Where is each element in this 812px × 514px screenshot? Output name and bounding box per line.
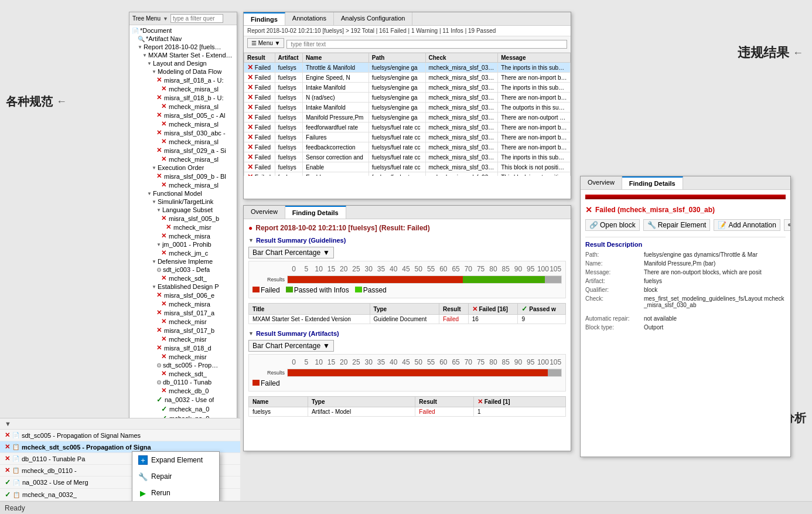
- tree-filter-input[interactable]: [170, 14, 223, 23]
- tree-item[interactable]: ▼jm_0001 - Prohib: [129, 240, 237, 249]
- tree-item[interactable]: ✕mcheck_jm_c: [129, 249, 237, 257]
- tree-item[interactable]: ✕mcheck_sdt_: [129, 369, 237, 378]
- tree-item[interactable]: ✕misra_slsf_009_b - Bl: [129, 172, 237, 181]
- tree-item[interactable]: ✕mcheck_misra_sl: [129, 84, 237, 93]
- tree-item[interactable]: ✕mcheck_misr: [129, 223, 237, 232]
- table-row: ✕ Failed fuelsys Sensor correction and f…: [244, 152, 571, 162]
- tree-item[interactable]: ▼Functional Model: [129, 189, 237, 198]
- tab-annotations[interactable]: Annotations: [285, 12, 334, 25]
- tree-item[interactable]: ✕mcheck_misra_sl: [129, 102, 237, 111]
- tree-item[interactable]: ▼Modeling of Data Flow: [129, 67, 237, 76]
- tree-item[interactable]: ▼Layout and Design: [129, 59, 237, 67]
- context-menu-expand[interactable]: + Expand Element: [132, 452, 219, 468]
- tree-item[interactable]: 📄*Document: [129, 26, 237, 35]
- tree-item[interactable]: ✕mcheck_misra: [129, 299, 237, 308]
- cell-message: This block is not positioned (Positi: [498, 172, 571, 176]
- context-menu-repair[interactable]: 🔧 Repair: [132, 468, 219, 485]
- context-menu-rerun[interactable]: ▶ Rerun: [132, 485, 219, 501]
- tree-item[interactable]: ✕mcheck_misr: [129, 317, 237, 326]
- tree-item[interactable]: ✕misra_slsf_006_e: [129, 291, 237, 299]
- tree-item[interactable]: ▼MXAM Starter Set - Extended V: [129, 51, 237, 59]
- cell-name: feedforwardfuel rate: [303, 122, 369, 132]
- col-artifact: Artifact: [275, 53, 302, 63]
- cell-name: fuelsys: [249, 407, 308, 417]
- label-right-violations: 违规结果 ←: [738, 44, 803, 62]
- detail-message: Message: There are non-outport blocks, w…: [585, 269, 786, 275]
- cell-artifact: fuelsys: [275, 63, 302, 73]
- tab-right-overview[interactable]: Overview: [581, 176, 622, 189]
- add-annotation-button[interactable]: 📝 Add Annotation: [714, 219, 780, 231]
- tree-item[interactable]: ✕mcheck_misra: [129, 232, 237, 240]
- tree-item[interactable]: ✕misra_slsf_005_b: [129, 214, 237, 223]
- tree-item[interactable]: ✕mcheck_misra_sl: [129, 137, 237, 146]
- col-result: Result: [415, 397, 474, 407]
- findings-table-container[interactable]: Result Artifact Name Path Check Message …: [244, 53, 571, 176]
- tree-item[interactable]: ▼Language Subset: [129, 206, 237, 214]
- menu-button[interactable]: ☰ Menu ▼: [247, 38, 284, 48]
- tree-item[interactable]: ✕misra_slsf_017_a: [129, 308, 237, 317]
- tree-item[interactable]: ✕mcheck_misr: [129, 335, 237, 343]
- findings-filter-input[interactable]: [286, 40, 567, 49]
- tree-item[interactable]: ✕mcheck_sdt_: [129, 274, 237, 282]
- cell-name: Intake Manifold: [303, 103, 369, 113]
- open-block-button[interactable]: 🔗 Open block: [585, 219, 640, 231]
- col-passed: ✓ Passed w: [518, 304, 566, 315]
- section-artifacts: Result Summary (Artifacts): [248, 330, 566, 337]
- tree-item[interactable]: ✓mcheck_na_0: [129, 404, 237, 414]
- tree-item[interactable]: ✓na_0032 - Use of: [129, 395, 237, 404]
- cell-name: Intake Manifold: [303, 83, 369, 93]
- tree-item[interactable]: ✕misra_slsf_029_a - Si: [129, 146, 237, 155]
- cell-result: ✕ Failed: [244, 93, 275, 103]
- finding-title: ✕ Failed (mcheck_misra_slsf_030_ab): [585, 205, 786, 215]
- name-label: Name:: [585, 260, 644, 267]
- tree-item[interactable]: ✕misra_slsf_017_b: [129, 326, 237, 335]
- tree-item[interactable]: ✕misra_slsf_005_c - Al: [129, 111, 237, 120]
- cell-artifact: fuelsys: [275, 93, 302, 103]
- right-toolbar: 🔗 Open block 🔧 Repair Element 📝 Add Anno…: [585, 219, 786, 231]
- list-item[interactable]: ✕ 📄 sdt_sc005 - Propagation of Signal Na…: [0, 430, 240, 441]
- tree-item[interactable]: ✕misra_slf_018_b - U:: [129, 93, 237, 102]
- cell-title: MXAM Starter Set - Extended Version: [249, 315, 370, 324]
- tree-item[interactable]: 🔍*Artifact Nav: [129, 35, 237, 43]
- auto-repair-value: not available: [644, 315, 786, 322]
- tree-item[interactable]: ⚙sdt_ic003 - Defa: [129, 265, 237, 274]
- cell-result: ✕ Failed: [244, 132, 275, 142]
- tab-finding-details[interactable]: Finding Details: [285, 206, 346, 219]
- open-block-icon: 🔗: [589, 221, 598, 229]
- tree-item[interactable]: ✕misra_slsf_030_abc -: [129, 128, 237, 137]
- cell-name: Manifold Pressure,Pm: [303, 113, 369, 122]
- tab-overview[interactable]: Overview: [244, 206, 285, 219]
- tree-item[interactable]: ✕mcheck_db_0: [129, 386, 237, 395]
- tree-item[interactable]: ✕mcheck_misra_sl: [129, 181, 237, 189]
- tree-item[interactable]: ⚙db_0110 - Tunab: [129, 378, 237, 386]
- tab-right-finding-details[interactable]: Finding Details: [622, 176, 683, 189]
- chart2-dropdown[interactable]: Bar Chart Percentage ▼: [248, 340, 334, 352]
- chart2-legend: Failed: [253, 379, 562, 387]
- tree-item[interactable]: ✕misra_slf_018_a - U:: [129, 76, 237, 84]
- tree-item[interactable]: ✕mcheck_misra_sl: [129, 155, 237, 164]
- col-result: Result: [439, 304, 468, 315]
- tab-analysis-config[interactable]: Analysis Configuration: [334, 12, 412, 25]
- tree-item[interactable]: ▼Defensive Impleme: [129, 257, 237, 265]
- tree-item[interactable]: ✕mcheck_misr: [129, 352, 237, 361]
- tree-item[interactable]: ▼Simulink/TargetLink: [129, 198, 237, 206]
- tree-item[interactable]: ✕misra_slf_018_d: [129, 343, 237, 352]
- col-name: Name: [249, 397, 308, 407]
- repair-element-button[interactable]: 🔧 Repair Element: [643, 219, 711, 231]
- tree-item[interactable]: ⚙sdt_sc005 - Prop…: [129, 361, 237, 369]
- tree-item[interactable]: ▼Report 2018-10-02 [fuels…: [129, 43, 237, 51]
- result-description-header: Result Description: [585, 237, 786, 248]
- edit-button[interactable]: ✏ Ed: [784, 219, 790, 231]
- tree-menu-label[interactable]: Tree Menu: [132, 15, 161, 22]
- chart2-bar-label: Results: [253, 370, 285, 376]
- detail-path: Path: fuelsys/engine gas dynamics/Thrott…: [585, 251, 786, 258]
- cell-result: ✕ Failed: [244, 113, 275, 122]
- tab-findings[interactable]: Findings: [244, 12, 285, 25]
- right-panel-tabs: Overview Finding Details: [581, 176, 790, 190]
- tree-item[interactable]: ▼Execution Order: [129, 164, 237, 172]
- tree-item[interactable]: ▼Established Design P: [129, 282, 237, 291]
- repair-icon: 🔧: [647, 221, 656, 229]
- cell-path: fuelsys/fuel rate cc: [369, 152, 425, 162]
- chart1-dropdown[interactable]: Bar Chart Percentage ▼: [248, 247, 334, 258]
- tree-item[interactable]: ✕mcheck_misra_sl: [129, 120, 237, 128]
